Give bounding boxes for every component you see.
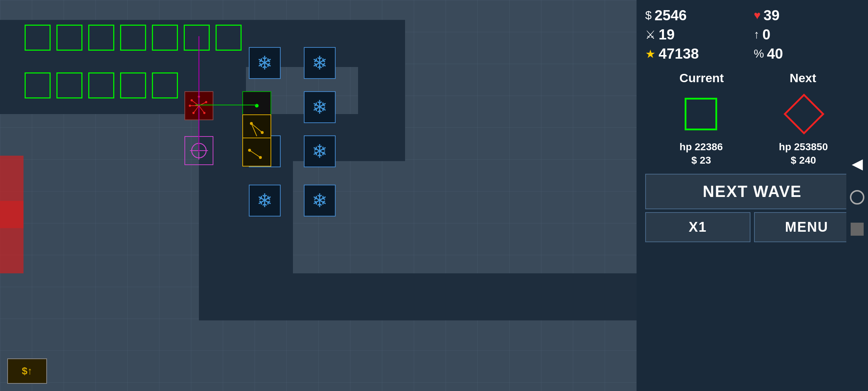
tower-green-2[interactable] xyxy=(56,25,82,51)
svg-line-3 xyxy=(193,106,199,113)
svg-line-1 xyxy=(192,100,199,106)
tower-green-1[interactable] xyxy=(25,25,51,51)
next-hp: hp 253850 xyxy=(753,141,854,153)
sidebar: $ 2546 ♥ 39 ⚔ 19 ↑ 0 ★ 47138 % 40 Curren xyxy=(637,0,868,391)
svg-point-10 xyxy=(203,112,205,114)
money-upgrade-button[interactable]: $↑ xyxy=(7,358,47,384)
money-icon: $ xyxy=(645,9,652,22)
level-value: 19 xyxy=(659,26,675,43)
next-enemy-box[interactable] xyxy=(754,92,854,136)
svg-point-8 xyxy=(205,101,207,103)
tower-ice-7[interactable]: ❄ xyxy=(304,185,336,216)
tower-green-m2[interactable] xyxy=(56,72,82,98)
tower-green-5[interactable] xyxy=(152,25,178,51)
sword-icon: ⚔ xyxy=(645,28,656,42)
tower-green-4[interactable] xyxy=(120,25,146,51)
snowflake-icon-3: ❄ xyxy=(312,96,328,118)
tower-ice-2[interactable]: ❄ xyxy=(304,47,336,79)
game-area: ❄ ❄ ❄ ❄ ❄ ❄ ❄ xyxy=(0,0,637,391)
current-hp: hp 22386 xyxy=(651,141,752,153)
tower-yellow-2[interactable] xyxy=(242,138,271,167)
snowflake-icon-6: ❄ xyxy=(257,190,273,211)
bottom-buttons: X1 MENU xyxy=(645,212,859,242)
stats-section: $ 2546 ♥ 39 ⚔ 19 ↑ 0 ★ 47138 % 40 xyxy=(637,0,868,66)
tower-ice-5[interactable]: ❄ xyxy=(304,135,336,167)
tower-green-m5[interactable] xyxy=(152,72,178,98)
svg-point-12 xyxy=(189,105,191,107)
tower-green-6[interactable] xyxy=(184,25,210,51)
current-next-header: Current Next xyxy=(637,67,868,89)
current-enemy-shape xyxy=(685,98,717,130)
collapse-arrow-icon[interactable]: ◀ xyxy=(852,155,863,172)
tower-green-m4[interactable] xyxy=(120,72,146,98)
arrow-stat: ↑ 0 xyxy=(754,26,859,43)
current-enemy-box[interactable] xyxy=(651,92,750,136)
next-enemy-shape xyxy=(783,93,824,134)
tower-green-m3[interactable] xyxy=(88,72,114,98)
x1-button[interactable]: X1 xyxy=(645,212,750,242)
score-stat: ★ 47138 xyxy=(645,46,751,62)
score-value: 47138 xyxy=(659,46,699,62)
menu-button[interactable]: MENU xyxy=(754,212,859,242)
level-stat: ⚔ 19 xyxy=(645,26,751,43)
right-controls: ◀ xyxy=(846,0,868,391)
health-value: 39 xyxy=(763,7,780,24)
current-money: $ 23 xyxy=(651,155,752,166)
tower-ice-3[interactable]: ❄ xyxy=(304,91,336,123)
enemy-preview xyxy=(637,89,868,139)
money-btn-icon: $↑ xyxy=(22,365,33,377)
svg-line-20 xyxy=(250,150,260,157)
current-label: Current xyxy=(651,71,752,85)
tower-ice-6[interactable]: ❄ xyxy=(249,185,281,216)
square-control[interactable] xyxy=(851,223,864,236)
next-money: $ 240 xyxy=(753,155,854,166)
tower-green-7[interactable] xyxy=(216,25,242,51)
next-wave-button[interactable]: NEXT WAVE xyxy=(645,174,859,209)
svg-point-9 xyxy=(192,112,195,114)
arrow-value: 0 xyxy=(762,26,770,43)
arrow-icon: ↑ xyxy=(754,28,760,41)
tower-green-m1[interactable] xyxy=(25,72,51,98)
enemy-stats: hp 22386 hp 253850 $ 23 $ 240 xyxy=(637,139,868,168)
tower-purple[interactable] xyxy=(184,136,213,165)
tower-green-3[interactable] xyxy=(88,25,114,51)
tower-ice-1[interactable]: ❄ xyxy=(249,47,281,79)
snowflake-icon-5: ❄ xyxy=(312,140,328,162)
snowflake-icon-1: ❄ xyxy=(257,52,273,74)
percent-value: 40 xyxy=(767,46,783,62)
radio-control[interactable] xyxy=(850,190,864,205)
svg-line-4 xyxy=(199,106,204,113)
money-value: 2546 xyxy=(655,7,687,24)
health-icon: ♥ xyxy=(754,9,761,22)
next-label: Next xyxy=(752,71,854,85)
health-stat: ♥ 39 xyxy=(754,7,859,24)
svg-line-2 xyxy=(199,102,206,106)
danger-zone-bottom xyxy=(0,201,24,273)
svg-point-7 xyxy=(191,99,193,101)
svg-point-11 xyxy=(198,96,200,98)
tower-red-star[interactable] xyxy=(184,91,213,120)
star-icon: ★ xyxy=(645,47,656,61)
percent-icon: % xyxy=(754,47,764,60)
snowflake-icon-2: ❄ xyxy=(312,52,328,74)
percent-stat: % 40 xyxy=(754,46,859,62)
svg-point-13 xyxy=(255,104,259,108)
snowflake-icon-7: ❄ xyxy=(312,190,328,211)
money-stat: $ 2546 xyxy=(645,7,751,24)
